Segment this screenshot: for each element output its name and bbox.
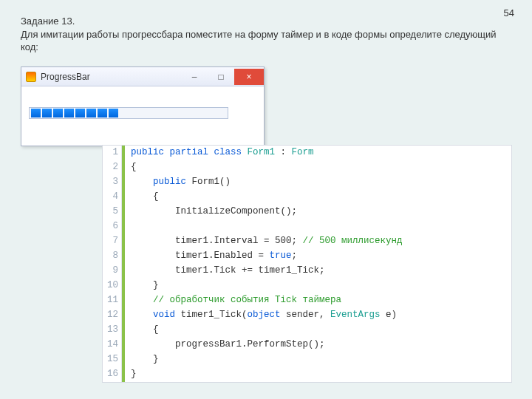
- close-button[interactable]: ×: [234, 69, 264, 85]
- code-line: 2{: [103, 160, 511, 175]
- minimize-button[interactable]: –: [181, 69, 208, 85]
- code-line: 11 // обработчик события Tick таймера: [103, 293, 511, 308]
- line-number: 12: [103, 308, 122, 323]
- code-line: 5 InitializeComponent();: [103, 205, 511, 219]
- code-content[interactable]: progressBar1.PerformStep();: [125, 338, 511, 352]
- line-number: 8: [103, 249, 122, 264]
- form-window: ProgressBar – □ ×: [21, 66, 265, 146]
- line-number: 9: [103, 264, 122, 279]
- task-heading: Задание 13.: [21, 16, 75, 27]
- maximize-button[interactable]: □: [208, 69, 234, 85]
- progress-segment: [98, 109, 107, 117]
- line-number: 14: [103, 338, 122, 352]
- line-number: 5: [103, 205, 122, 219]
- code-line: 16}: [103, 367, 511, 382]
- code-content[interactable]: {: [125, 190, 511, 205]
- code-content[interactable]: // обработчик события Tick таймера: [125, 293, 511, 308]
- code-content[interactable]: void timer1_Tick(object sender, EventArg…: [125, 308, 511, 323]
- line-number: 11: [103, 293, 122, 308]
- line-number: 4: [103, 190, 122, 205]
- code-content[interactable]: }: [125, 367, 511, 382]
- code-content[interactable]: timer1.Tick += timer1_Tick;: [125, 264, 511, 279]
- code-content[interactable]: {: [125, 323, 511, 338]
- code-line: 7 timer1.Interval = 500; // 500 миллисек…: [103, 234, 511, 249]
- progress-segment: [75, 109, 85, 117]
- progress-segment: [109, 109, 118, 117]
- code-content[interactable]: public partial class Form1 : Form: [125, 146, 511, 160]
- line-number: 6: [103, 219, 122, 234]
- code-content[interactable]: timer1.Enabled = true;: [125, 249, 511, 264]
- line-number: 3: [103, 175, 122, 190]
- line-number: 13: [103, 323, 122, 338]
- task-body: Для имитации работы прогрессбара помести…: [21, 29, 497, 53]
- line-number: 16: [103, 367, 122, 382]
- line-number: 15: [103, 352, 122, 367]
- progress-bar[interactable]: [29, 107, 228, 119]
- code-line: 1public partial class Form1 : Form: [103, 146, 511, 160]
- code-line: 9 timer1.Tick += timer1_Tick;: [103, 264, 511, 279]
- code-line: 12 void timer1_Tick(object sender, Event…: [103, 308, 511, 323]
- code-line: 15 }: [103, 352, 511, 367]
- code-content[interactable]: timer1.Interval = 500; // 500 миллисекун…: [125, 234, 511, 249]
- progress-segment: [42, 109, 52, 117]
- code-line: 13 {: [103, 323, 511, 338]
- line-number: 2: [103, 160, 122, 175]
- code-content[interactable]: InitializeComponent();: [125, 205, 511, 219]
- progress-segment: [31, 109, 41, 117]
- line-number: 7: [103, 234, 122, 249]
- progress-segment: [86, 109, 96, 117]
- code-editor: 1public partial class Form1 : Form2{3 pu…: [102, 145, 512, 383]
- line-number: 1: [103, 146, 122, 160]
- code-line: 6: [103, 219, 511, 234]
- code-line: 4 {: [103, 190, 511, 205]
- app-icon: [26, 72, 36, 82]
- code-content[interactable]: [125, 219, 511, 234]
- code-line: 8 timer1.Enabled = true;: [103, 249, 511, 264]
- code-line: 3 public Form1(): [103, 175, 511, 190]
- progress-segment: [64, 109, 74, 117]
- task-text: Задание 13. Для имитации работы прогресс…: [21, 15, 501, 54]
- window-client-area: [21, 86, 264, 146]
- progress-segment: [53, 109, 63, 117]
- line-number: 10: [103, 279, 122, 293]
- window-title: ProgressBar: [41, 72, 181, 82]
- code-line: 10 }: [103, 279, 511, 293]
- code-line: 14 progressBar1.PerformStep();: [103, 338, 511, 352]
- window-titlebar[interactable]: ProgressBar – □ ×: [21, 67, 264, 86]
- page-number: 54: [504, 7, 514, 18]
- code-content[interactable]: }: [125, 352, 511, 367]
- code-content[interactable]: {: [125, 160, 511, 175]
- code-content[interactable]: }: [125, 279, 511, 293]
- code-content[interactable]: public Form1(): [125, 175, 511, 190]
